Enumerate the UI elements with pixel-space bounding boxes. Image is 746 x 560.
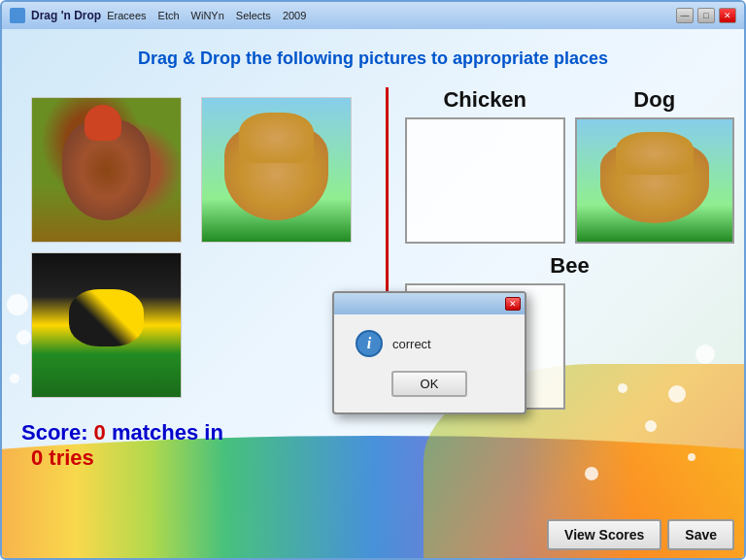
menu-item-2[interactable]: Etch: [158, 10, 180, 21]
dialog-ok-button[interactable]: OK: [391, 371, 468, 397]
maximize-button[interactable]: □: [697, 8, 715, 23]
titlebar-controls: — □ ✕: [676, 8, 736, 23]
titlebar-left: Drag 'n Drop Eracees Etch WiNYn Selects …: [10, 8, 306, 23]
menu-bar: Eracees Etch WiNYn Selects 2009: [107, 10, 306, 21]
correct-dialog: ✕ i correct OK: [332, 291, 526, 414]
app-window: Drag 'n Drop Eracees Etch WiNYn Selects …: [0, 0, 746, 560]
dialog-close-button[interactable]: ✕: [505, 297, 521, 311]
minimize-button[interactable]: —: [676, 8, 694, 23]
menu-item-3[interactable]: WiNYn: [191, 10, 224, 21]
dialog-message: correct: [392, 337, 431, 351]
menu-item-1[interactable]: Eracees: [107, 10, 146, 21]
dialog-titlebar: ✕: [334, 293, 525, 314]
app-icon: [10, 8, 25, 23]
dialog-body: i correct OK: [334, 314, 525, 412]
window-title: Drag 'n Drop: [31, 9, 101, 22]
titlebar: Drag 'n Drop Eracees Etch WiNYn Selects …: [2, 2, 744, 29]
menu-item-4[interactable]: Selects: [236, 10, 271, 21]
main-content: Drag & Drop the following pictures to ap…: [2, 29, 744, 558]
dialog-overlay: ✕ i correct OK: [2, 29, 744, 558]
info-icon: i: [356, 330, 383, 357]
close-button[interactable]: ✕: [719, 8, 736, 23]
menu-item-5[interactable]: 2009: [283, 10, 306, 21]
dialog-message-row: i correct: [346, 330, 431, 357]
